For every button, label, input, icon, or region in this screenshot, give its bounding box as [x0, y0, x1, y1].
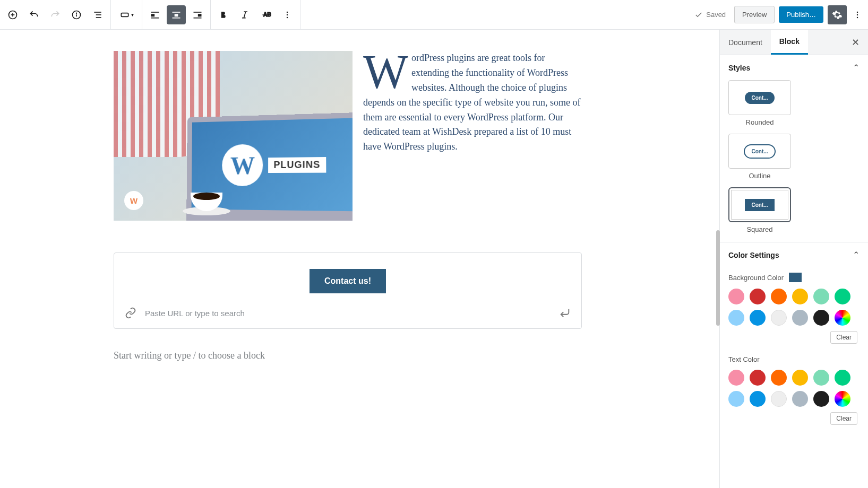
dropcap: W [363, 55, 408, 89]
svg-rect-9 [121, 13, 128, 16]
align-center-button[interactable] [167, 5, 186, 24]
featured-image[interactable]: PLUGINS w [114, 51, 353, 221]
preview-button[interactable]: Preview [734, 6, 775, 23]
chevron-up-icon: ⌃ [853, 250, 860, 260]
color-pink[interactable] [728, 370, 744, 386]
color-teal[interactable] [813, 289, 829, 304]
color-orange[interactable] [771, 370, 787, 386]
color-gray[interactable] [792, 391, 808, 407]
background-color-label: Background Color [720, 267, 868, 285]
add-block-button[interactable] [3, 5, 22, 24]
color-lightblue[interactable] [728, 310, 744, 326]
color-yellow[interactable] [792, 289, 808, 304]
svg-point-5 [76, 13, 77, 13]
outline-button[interactable] [88, 5, 107, 24]
color-gray[interactable] [792, 310, 808, 326]
media-text-block: PLUGINS w WordPress plugins are great to… [114, 51, 582, 221]
paragraph-block[interactable]: WordPress plugins are great tools for ex… [363, 51, 582, 221]
clear-text-color-button[interactable]: Clear [830, 412, 857, 425]
svg-rect-18 [194, 18, 202, 19]
color-lightgray[interactable] [771, 391, 787, 407]
italic-button[interactable] [235, 5, 254, 24]
saved-indicator: Saved [694, 11, 726, 19]
svg-point-27 [857, 11, 858, 13]
button-block[interactable]: Contact us! [114, 252, 582, 329]
settings-sidebar: Document Block ✕ Styles ⌃ Cont... Rounde… [719, 30, 868, 488]
tab-document[interactable]: Document [720, 31, 771, 54]
block-type-button[interactable]: ▾ [114, 5, 139, 24]
svg-point-26 [287, 16, 288, 18]
contact-us-button[interactable]: Contact us! [310, 269, 386, 293]
color-black[interactable] [813, 310, 829, 326]
tab-block[interactable]: Block [771, 30, 808, 55]
svg-rect-10 [151, 12, 159, 13]
style-option-outline[interactable]: Cont... Outline [728, 134, 791, 180]
color-orange[interactable] [771, 289, 787, 304]
bold-button[interactable] [214, 5, 233, 24]
color-blue[interactable] [750, 391, 766, 407]
style-option-squared[interactable]: Cont... Squared [728, 187, 791, 233]
text-color-label: Text Color [720, 350, 868, 367]
color-green[interactable] [835, 370, 850, 386]
redo-button[interactable] [46, 5, 65, 24]
color-red[interactable] [750, 289, 766, 304]
styles-panel-header[interactable]: Styles ⌃ [720, 55, 868, 80]
color-black[interactable] [813, 391, 829, 407]
svg-rect-8 [96, 17, 101, 18]
editor-canvas[interactable]: PLUGINS w WordPress plugins are great to… [0, 30, 719, 488]
color-custom[interactable] [835, 310, 850, 326]
color-custom[interactable] [835, 391, 850, 407]
color-pink[interactable] [728, 289, 744, 304]
svg-point-28 [857, 14, 858, 15]
color-lightblue[interactable] [728, 391, 744, 407]
color-lightgray[interactable] [771, 310, 787, 326]
svg-line-19 [244, 12, 245, 18]
color-teal[interactable] [813, 370, 829, 386]
close-sidebar-button[interactable]: ✕ [847, 34, 864, 50]
text-color-palette [720, 367, 868, 413]
svg-rect-7 [96, 14, 101, 15]
strikethrough-button[interactable]: ABC [256, 5, 276, 24]
align-left-button[interactable] [145, 5, 165, 24]
submit-icon[interactable] [559, 307, 571, 319]
svg-rect-13 [173, 12, 181, 13]
wordpress-logo-icon [222, 144, 263, 186]
style-option-rounded[interactable]: Cont... Rounded [728, 80, 791, 126]
more-formatting-button[interactable] [278, 5, 297, 24]
color-settings-panel-header[interactable]: Color Settings ⌃ [720, 242, 868, 267]
svg-rect-6 [94, 12, 101, 13]
svg-point-25 [287, 14, 288, 15]
svg-rect-11 [151, 14, 155, 16]
chevron-up-icon: ⌃ [853, 63, 860, 73]
svg-rect-17 [198, 14, 202, 16]
chevron-down-icon: ▾ [131, 12, 134, 18]
link-icon [125, 307, 136, 319]
watermark-badge: w [124, 191, 143, 210]
svg-rect-16 [194, 12, 202, 13]
clear-background-button[interactable]: Clear [830, 331, 857, 344]
color-yellow[interactable] [792, 370, 808, 386]
svg-point-24 [287, 11, 288, 13]
url-input[interactable] [145, 309, 551, 318]
check-icon [694, 11, 703, 19]
svg-rect-14 [175, 14, 178, 16]
more-menu-button[interactable] [851, 5, 864, 24]
background-color-swatch [789, 273, 802, 282]
undo-button[interactable] [24, 5, 44, 24]
scrollbar[interactable] [716, 230, 720, 326]
svg-rect-15 [173, 18, 181, 19]
color-green[interactable] [835, 289, 850, 304]
block-appender[interactable]: Start writing or type / to choose a bloc… [114, 345, 582, 367]
gear-icon [832, 10, 843, 20]
info-button[interactable] [67, 5, 86, 24]
settings-button[interactable] [828, 5, 847, 24]
align-right-button[interactable] [188, 5, 207, 24]
background-color-palette [720, 285, 868, 332]
color-red[interactable] [750, 370, 766, 386]
color-blue[interactable] [750, 310, 766, 326]
publish-button[interactable]: Publish… [779, 6, 823, 23]
svg-point-29 [857, 16, 858, 18]
svg-rect-12 [151, 18, 159, 19]
editor-toolbar: ▾ ABC Saved Preview Publish… [0, 0, 868, 30]
